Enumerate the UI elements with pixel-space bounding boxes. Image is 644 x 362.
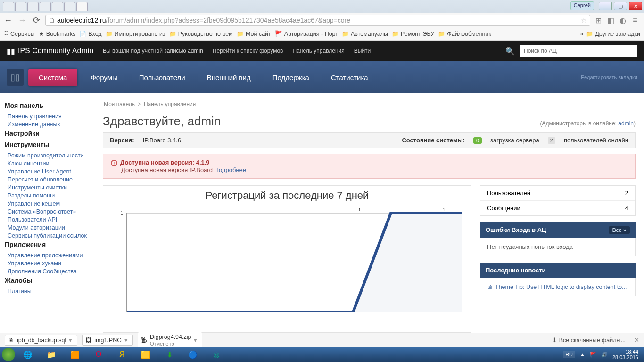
browser-tab[interactable]	[27, 2, 39, 11]
extension-icon[interactable]: ◐	[619, 16, 627, 25]
browser-tab[interactable]	[52, 2, 63, 11]
brand-text: IPS Community Admin	[18, 47, 93, 55]
panel-title: Ошибки Входа в АЦ	[486, 226, 546, 233]
alert-title: Доступна новая версия: 4.1.9	[120, 159, 210, 166]
ips-top-link[interactable]: Перейти к списку форумов	[213, 48, 283, 54]
sidebar-link[interactable]: Управление хуками	[8, 260, 89, 267]
nav-home-icon[interactable]: ▯▯	[7, 69, 24, 86]
status-bar: Версия: IP.Board 3.4.6 Состояние системы…	[103, 132, 636, 148]
other-bookmarks[interactable]: Другие закладки	[586, 31, 640, 37]
stat-row: Сообщений 4	[480, 201, 635, 215]
ips-top-link-logout[interactable]: Выйти	[354, 48, 371, 54]
url-input[interactable]: 🗋 autoelectric12.ru/forum/admin/index.ph…	[45, 15, 590, 26]
download-chip[interactable]: 🗎 ipb_db_backup.sql ▾	[5, 335, 77, 346]
taskbar-app[interactable]: ⬇	[158, 348, 180, 361]
bookmark-overflow[interactable]: »	[580, 31, 583, 37]
sidebar-link[interactable]: Пересчет и обновление	[8, 176, 89, 183]
taskbar-app[interactable]: 📁	[41, 348, 62, 361]
bookmark-folder[interactable]: Руководство по рем	[169, 31, 233, 37]
browser-tab-active[interactable]	[76, 2, 88, 11]
browser-tab[interactable]	[3, 2, 14, 11]
breadcrumb-link[interactable]: Моя панель	[104, 101, 135, 107]
sidebar-link[interactable]: Сервисы публикации ссылок	[8, 232, 89, 239]
sidebar-link[interactable]: Пользователи API	[8, 216, 89, 223]
sidebar-link[interactable]: Управление User Agent	[8, 168, 89, 175]
sidebar-link[interactable]: Инструменты очистки	[8, 184, 89, 191]
taskbar-app[interactable]: Я	[111, 348, 133, 361]
menu-icon[interactable]: ≡	[631, 16, 639, 25]
taskbar-app[interactable]: 🟨	[135, 348, 157, 361]
apps-button[interactable]: ⠿ Сервисы	[4, 30, 35, 37]
sidebar-link[interactable]: Управление кешем	[8, 200, 89, 207]
taskbar-app[interactable]: 🌐	[17, 348, 39, 361]
nav-edit-tabs[interactable]: Редактировать вкладки	[581, 74, 637, 80]
news-item-link[interactable]: Theme Tip: Use HTML logic to display con…	[495, 284, 627, 290]
chrome-profile-chip[interactable]: Сергей	[570, 1, 594, 10]
bookmark-folder[interactable]: Мой сайт	[237, 31, 271, 37]
browser-tab[interactable]	[40, 2, 51, 11]
bookmark-item[interactable]: ★ Bookmarks	[39, 30, 76, 37]
show-all-downloads[interactable]: ⬇ Все скачанные файлы...	[552, 337, 626, 344]
sidebar-link[interactable]: Управление приложениями	[8, 252, 89, 259]
tray-icon[interactable]: 🚩	[590, 352, 596, 358]
nav-support[interactable]: Поддержка	[264, 69, 318, 86]
star-icon[interactable]: ☆	[581, 16, 587, 24]
system-state-label: Состояние системы:	[402, 137, 465, 144]
tray-icon[interactable]: ▲	[580, 352, 585, 357]
browser-tab[interactable]	[64, 2, 75, 11]
sidebar: Моя панельПанель управленияИзменение дан…	[0, 93, 94, 333]
sidebar-link[interactable]: Панель управления	[8, 113, 89, 120]
reload-button[interactable]: ⟳	[31, 15, 41, 25]
sidebar-link[interactable]: Дополнения Сообщества	[8, 268, 89, 275]
taskbar-app[interactable]: 🔵	[182, 348, 204, 361]
taskbar-app[interactable]: ◎	[206, 348, 227, 361]
download-chip[interactable]: 🗜 Digprog4.94.zip Отменено ▾	[138, 332, 203, 349]
nav-system[interactable]: Система	[28, 69, 77, 86]
sidebar-link[interactable]: Изменение данных	[8, 121, 89, 128]
extension-icon[interactable]: ⊞	[594, 16, 603, 25]
tray-lang[interactable]: RU	[563, 351, 575, 358]
admin-user-link[interactable]: admin	[618, 120, 634, 127]
errors-all-button[interactable]: Все »	[609, 226, 630, 234]
bookmark-folder[interactable]: Импортировано из	[106, 31, 165, 37]
sidebar-link[interactable]: Система «Вопрос-ответ»	[8, 208, 89, 215]
logged-in-text: Вы вошли под учетной записью admin	[103, 48, 203, 54]
download-chip[interactable]: 🖼 img1.PNG ▾	[82, 335, 133, 346]
sidebar-link[interactable]: Разделы помощи	[8, 192, 89, 199]
users-online-badge: 2	[548, 137, 555, 144]
alert-text: Доступна новая версия IP.Board	[121, 166, 213, 173]
tray-clock[interactable]: 18:44 28.03.2016	[612, 349, 638, 360]
minimize-button[interactable]: —	[599, 2, 612, 10]
tray-volume-icon[interactable]: 🔊	[601, 352, 608, 358]
start-button[interactable]	[2, 348, 15, 361]
sidebar-link[interactable]: Режим производительности	[8, 152, 89, 159]
bookmark-item[interactable]: 🚩 Авторизация - Порт	[275, 30, 338, 37]
close-downloads-bar[interactable]: ✕	[634, 337, 639, 344]
close-button[interactable]: ✕	[629, 2, 642, 10]
ips-top-link[interactable]: Панель управления	[293, 48, 345, 54]
file-icon: 🗎	[8, 337, 14, 344]
alert-more-link[interactable]: Подробнее	[215, 166, 246, 173]
nav-forums[interactable]: Форумы	[82, 69, 125, 86]
maximize-button[interactable]: ▢	[614, 2, 627, 10]
sidebar-link[interactable]: Плагины	[8, 288, 89, 295]
back-button[interactable]: ←	[3, 15, 13, 25]
taskbar-app[interactable]: 🟧	[64, 348, 86, 361]
nav-stats[interactable]: Статистика	[322, 69, 377, 86]
forward-button[interactable]: →	[17, 15, 27, 25]
bookmark-folder[interactable]: Автомануалы	[342, 31, 388, 37]
acp-search-input[interactable]	[520, 45, 637, 57]
taskbar-app[interactable]: O	[88, 348, 109, 361]
sidebar-link[interactable]: Ключ лицензии	[8, 160, 89, 167]
sidebar-link[interactable]: Модули авторизации	[8, 224, 89, 231]
search-icon[interactable]: 🔍	[505, 47, 515, 56]
extension-icon[interactable]: ◧	[606, 16, 615, 25]
bookmark-item[interactable]: Вход	[79, 31, 101, 37]
browser-tab[interactable]	[15, 2, 26, 11]
page-viewport: ▮▮ IPS Community Admin Вы вошли под учет…	[0, 41, 644, 333]
nav-users[interactable]: Пользователи	[131, 69, 194, 86]
nav-appearance[interactable]: Внешний вид	[198, 69, 259, 86]
bookmark-label: Импортировано из	[115, 31, 165, 37]
bookmark-folder[interactable]: Файлообменник	[438, 31, 491, 37]
bookmark-folder[interactable]: Ремонт ЭБУ	[392, 31, 434, 37]
